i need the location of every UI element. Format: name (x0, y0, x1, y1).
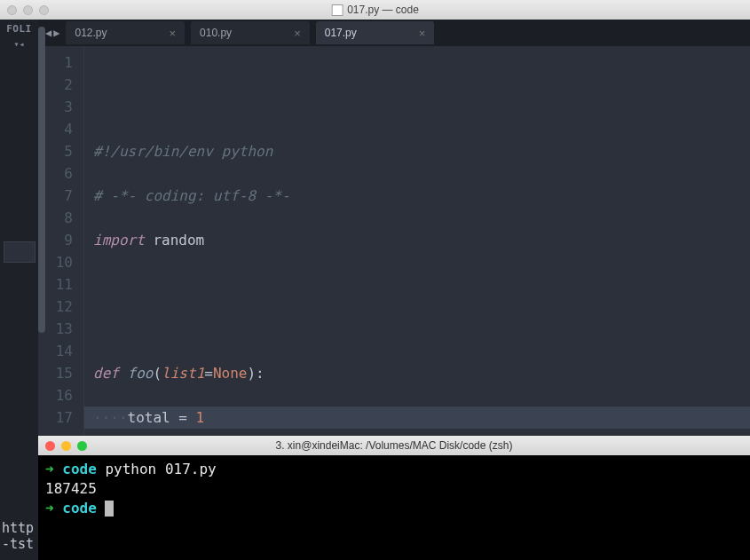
collapse-icon[interactable]: ▾◂ (13, 39, 24, 49)
close-tab-icon[interactable]: × (294, 27, 301, 40)
zoom-icon[interactable] (39, 5, 49, 15)
code-line: import random (93, 229, 750, 251)
sidebar: FOLI ▾◂ (0, 20, 38, 436)
tab-017[interactable]: 017.py × (316, 21, 435, 44)
code-line: #!/usr/bin/env python (93, 140, 750, 162)
window-traffic-lights (7, 5, 49, 15)
code-lines[interactable]: #!/usr/bin/env python # -*- coding: utf-… (84, 46, 750, 436)
line-number: 15 (38, 362, 73, 384)
terminal-body[interactable]: ➜ code python 017.py 187425 ➜ code (38, 455, 750, 523)
line-number: 14 (38, 340, 73, 362)
editor-scrollbar[interactable] (38, 27, 45, 333)
zoom-icon[interactable] (77, 441, 87, 451)
terminal-command: python 017.py (105, 461, 216, 477)
nav-next-icon[interactable]: ▶ (53, 27, 59, 39)
cursor-icon (105, 501, 114, 517)
close-icon[interactable] (45, 441, 55, 451)
minimap-thumbnail[interactable] (4, 241, 36, 263)
tab-010[interactable]: 010.py × (191, 21, 310, 44)
line-number: 17 (38, 406, 73, 429)
terminal-window: 3. xin@xindeiMac: /Volumes/MAC Disk/code… (38, 436, 750, 560)
code-line: # -*- coding: utf-8 -*- (93, 185, 750, 207)
code-line: ····total = 1 (93, 406, 750, 429)
minimize-icon[interactable] (23, 5, 33, 15)
code-line (93, 318, 750, 340)
terminal-line: ➜ code python 017.py (45, 460, 743, 479)
tab-bar: ◀ ▶ 012.py × 010.py × 017.py × (38, 20, 750, 46)
terminal-title: 3. xin@xindeiMac: /Volumes/MAC Disk/code… (276, 436, 513, 455)
close-tab-icon[interactable]: × (419, 27, 426, 40)
document-icon (331, 4, 343, 16)
window-title: 017.py — code (331, 4, 419, 16)
sidebar-bottom-overflow: http -tst (0, 436, 38, 560)
terminal-traffic-lights (45, 441, 87, 451)
close-tab-icon[interactable]: × (170, 27, 177, 40)
tab-label: 017.py (325, 27, 357, 39)
tab-012[interactable]: 012.py × (66, 21, 185, 44)
terminal-line: ➜ code (45, 499, 743, 518)
terminal-output: 187425 (45, 479, 743, 499)
tab-label: 010.py (200, 27, 232, 39)
editor: ◀ ▶ 012.py × 010.py × 017.py × 1 2 3 4 (38, 20, 750, 436)
line-number: 16 (38, 384, 73, 406)
code-line: def foo(list1=None): (93, 362, 750, 384)
tab-label: 012.py (75, 27, 107, 39)
window-title-text: 017.py — code (347, 4, 419, 16)
close-icon[interactable] (7, 5, 17, 15)
nav-prev-icon[interactable]: ◀ (45, 27, 51, 39)
window-titlebar: 017.py — code (0, 0, 750, 20)
minimize-icon[interactable] (61, 441, 71, 451)
terminal-titlebar: 3. xin@xindeiMac: /Volumes/MAC Disk/code… (38, 436, 750, 455)
code-area[interactable]: 1 2 3 4 5 6 7 8 9 10 11 12 13 14 15 16 1… (38, 46, 750, 436)
code-line (93, 273, 750, 296)
sidebar-header[interactable]: FOLI (6, 23, 32, 35)
